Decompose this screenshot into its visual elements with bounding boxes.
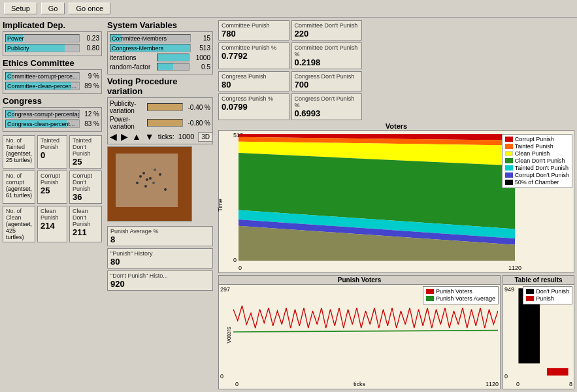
legend-pv-2: Punish Voters Average	[426, 295, 495, 302]
congress-clean-value: 83 %	[81, 120, 99, 127]
punish-avg-box: Punish Average % 8	[107, 226, 213, 246]
legend-clean-punish-label: Clean Punish	[515, 150, 550, 157]
legend-clean-punish-color	[505, 151, 513, 156]
tainted-punish-title: Tainted Punish	[41, 137, 64, 150]
voters-chart-title: Voters	[218, 122, 574, 130]
legend-tainted-dont: Tainted Don't Punish	[505, 165, 569, 171]
legend-pv-2-label: Punish Voters Average	[436, 295, 495, 302]
results-title: Table of results	[503, 276, 574, 285]
punish-voters-legend: Punish Voters Punish Voters Average	[423, 286, 499, 304]
dont-punish-history-value: 920	[110, 279, 210, 289]
voters-y-bottom: 0	[233, 257, 237, 263]
ticks-value: 1000	[178, 133, 194, 140]
nav-up-icon[interactable]: ▲	[132, 131, 141, 142]
punish-voters-y-label: Voters	[225, 327, 232, 344]
legend-corrupt-punish-label: Corrupt Punish	[515, 136, 554, 142]
legend-clean-dont: Clean Don't Punish	[505, 157, 569, 164]
ethics-corrupt-bar[interactable]: Committee-corrupt-perce...	[5, 72, 80, 80]
go-once-button[interactable]: Go once	[69, 3, 110, 14]
congress-title: Congress	[3, 96, 102, 106]
publicity-bar[interactable]: Publicity	[5, 44, 80, 52]
tainted-dont-box: Tainted Don't Punish 25	[69, 135, 102, 169]
voters-stacked-svg	[239, 134, 515, 261]
iterations-label: iterations	[110, 54, 156, 61]
clean-dont-title: Clean Don't Punish	[73, 208, 99, 227]
legend-corrupt-punish: Corrupt Punish	[505, 136, 569, 142]
3d-button[interactable]: 3D	[198, 132, 213, 142]
setup-button[interactable]: Setup	[4, 3, 37, 14]
random-track[interactable]	[157, 63, 190, 71]
corrupt-dont-value: 36	[73, 192, 99, 202]
punish-avg-title: Punish Average %	[110, 228, 210, 235]
congress-panel: Congress-corrupt-percentage 12 % Congres…	[3, 107, 102, 132]
legend-50pct-color	[505, 180, 513, 185]
congress-dont-box: Congress Don't Punish 700	[291, 71, 363, 91]
power-var-track[interactable]	[147, 119, 183, 127]
left-column: Implicated Dep. Power 0.23 Publicity	[0, 18, 105, 392]
publicity-var-track[interactable]	[147, 103, 183, 111]
svg-point-9	[154, 169, 156, 171]
nav-down-icon[interactable]: ▼	[145, 131, 154, 142]
congress-members-bar[interactable]: Congress-Members	[110, 44, 191, 52]
congress-members-row: Congress-Members 513	[110, 44, 210, 52]
svg-point-3	[146, 178, 148, 181]
congress-punish-pct-box: Congress Punish % 0.0799	[218, 93, 289, 120]
ticks-label: ticks:	[158, 133, 174, 140]
nav-left-icon[interactable]: ◀	[110, 131, 117, 142]
congress-corrupt-label: Congress-corrupt-percentage	[7, 110, 80, 118]
publicity-row: Publicity 0.80	[5, 44, 99, 52]
implicated-title: Implicated Dep.	[3, 20, 102, 30]
congress-clean-row: Congress-clean-percent... 83 %	[5, 120, 99, 128]
ethics-title: Ethics Committee	[3, 58, 102, 68]
congress-punish-value: 80	[222, 80, 286, 90]
corrupt-count-sub: (agentset, 61 turtles)	[6, 186, 32, 199]
legend-corrupt-dont-label: Corrupt Don't Punish	[515, 172, 569, 178]
power-row: Power 0.23	[5, 34, 99, 42]
congress-section: Congress Congress-corrupt-percentage 12 …	[3, 96, 102, 132]
ethics-corrupt-value: 9 %	[81, 73, 99, 80]
committee-punish-pct-title: Committee Punish %	[222, 44, 286, 51]
agent-boxes: No. of Tainted (agentset, 25 turtles) Ta…	[3, 135, 102, 242]
go-button[interactable]: Go	[41, 3, 65, 14]
clean-punish-box: Clean Punish 214	[37, 206, 67, 242]
svg-point-2	[139, 175, 142, 178]
congress-punish-pct-value: 0.0799	[222, 102, 286, 112]
bottom-charts-row: Punish Voters 297 0 Voters 0 1120 ticks	[218, 275, 574, 389]
committee-members-row: Committee-Members 15	[110, 34, 210, 42]
tainted-row: No. of Tainted (agentset, 25 turtles) Ta…	[3, 135, 102, 169]
congress-clean-bar[interactable]: Congress-clean-percent...	[5, 120, 80, 128]
clean-count-box: No. of Clean (agentset, 425 turtles)	[3, 206, 35, 242]
world-view	[107, 146, 192, 221]
iterations-track[interactable]	[157, 54, 190, 61]
power-bar[interactable]: Power	[5, 34, 80, 42]
svg-point-11	[164, 188, 167, 191]
legend-dont-color	[526, 289, 534, 294]
results-y-top: 949	[504, 286, 514, 293]
corrupt-row: No. of corrupt (agentset, 61 turtles) Co…	[3, 171, 102, 204]
congress-members-label: Congress-Members	[112, 44, 163, 52]
clean-count-sub: (agentset, 425 turtles)	[6, 221, 32, 240]
ethics-corrupt-row: Committee-corrupt-perce... 9 %	[5, 72, 99, 80]
legend-tainted-punish-color	[505, 144, 513, 149]
legend-pv-1-color	[426, 289, 434, 294]
ethics-clean-label: Committee-clean-percen...	[7, 82, 76, 90]
clean-punish-title: Clean Punish	[41, 208, 64, 221]
corrupt-count-title: No. of corrupt	[6, 172, 32, 186]
punish-voters-body: 297 0 Voters 0 1120 ticks	[219, 285, 500, 389]
power-var-row: Power-variation -0.80 %	[110, 116, 210, 130]
corrupt-punish-box: Corrupt Punish 25	[37, 171, 67, 204]
congress-punish-pct-title: Congress Punish %	[222, 95, 286, 102]
results-x-left: 0	[516, 381, 519, 387]
congress-dont-title: Congress Don't Punish	[295, 73, 359, 80]
committee-dont-punish-value: 220	[295, 29, 359, 39]
nav-right-icon[interactable]: ▶	[121, 131, 128, 142]
results-body: 949 0 0 8	[503, 285, 574, 389]
committee-punish-value: 780	[222, 29, 286, 39]
clean-count-title: No. of Clean	[6, 208, 32, 221]
congress-corrupt-bar[interactable]: Congress-corrupt-percentage	[5, 110, 80, 118]
ethics-clean-bar[interactable]: Committee-clean-percen...	[5, 82, 80, 90]
punish-voters-x-label: ticks	[354, 381, 365, 387]
middle-column: System Variables Committee-Members 15	[105, 18, 216, 392]
legend-tainted-punish-label: Tainted Punish	[515, 143, 553, 150]
committee-members-bar[interactable]: Committee-Members	[110, 34, 191, 42]
